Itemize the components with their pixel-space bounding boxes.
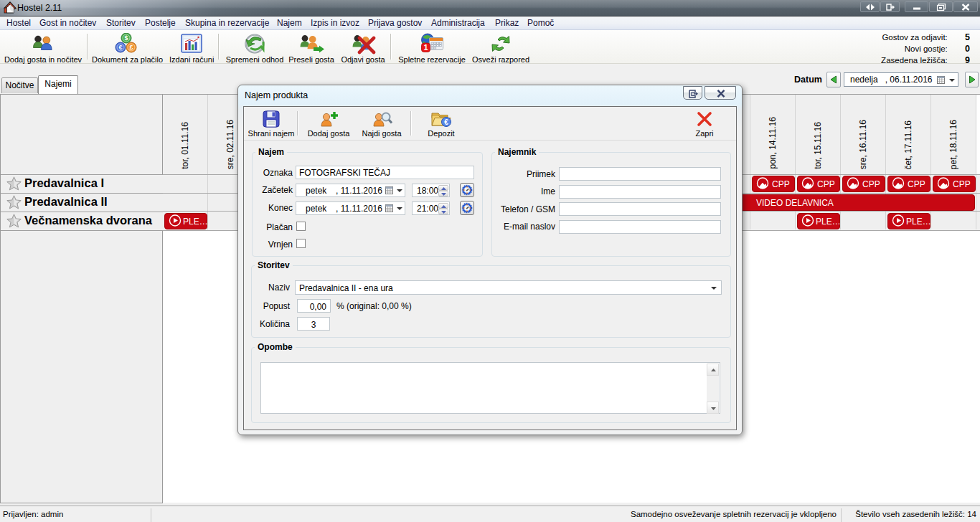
svg-text:€: € bbox=[118, 44, 122, 51]
svg-text:€: € bbox=[444, 118, 448, 126]
svg-text:£: £ bbox=[129, 44, 133, 51]
svg-text:1: 1 bbox=[423, 43, 428, 52]
svg-text:$: $ bbox=[124, 34, 128, 42]
